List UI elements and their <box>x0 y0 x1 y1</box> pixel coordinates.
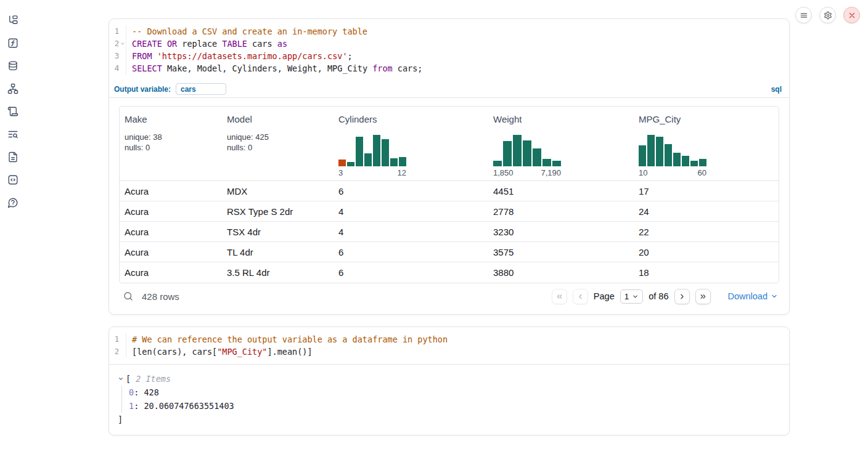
column-stat: nulls: 0 <box>227 142 329 153</box>
histogram-bar[interactable] <box>533 148 541 166</box>
close-button[interactable] <box>843 7 860 23</box>
token-comment: # We can reference the output variable a… <box>132 334 448 344</box>
token-str: "MPG_City" <box>217 347 267 357</box>
code-line[interactable]: 3FROM 'https://datasets.marimo.app/cars.… <box>109 50 789 62</box>
function-square-icon[interactable] <box>7 38 18 49</box>
column-header-model[interactable]: Modelunique: 425nulls: 0 <box>222 107 334 180</box>
table-row[interactable]: AcuraTL 4dr6357520 <box>120 242 779 262</box>
histogram-bar[interactable] <box>503 141 512 166</box>
code-text: [len(cars), cars["MPG_City"].mean()] <box>126 346 313 358</box>
token-kw: CREATE <box>132 39 162 49</box>
gear-icon <box>824 11 832 20</box>
histogram-bar[interactable] <box>552 161 561 166</box>
table-row[interactable]: Acura3.5 RL 4dr6388018 <box>120 262 779 283</box>
sql-editor[interactable]: 1-- Download a CSV and create an in-memo… <box>109 19 789 81</box>
token-str: 'https://datasets.marimo.app/cars.csv' <box>157 51 348 61</box>
code-line[interactable]: 1-- Download a CSV and create an in-memo… <box>109 25 789 38</box>
menu-button[interactable] <box>795 7 812 23</box>
line-number: 1 <box>109 25 119 38</box>
tree-entry[interactable]: 1: 20.060747663551403 <box>129 399 779 413</box>
code-line[interactable]: 1# We can reference the output variable … <box>109 333 789 346</box>
histogram-bar[interactable] <box>699 159 706 166</box>
column-header-cylinders[interactable]: Cylinders312 <box>334 107 488 180</box>
page-select-value: 1 <box>624 292 629 301</box>
collapse-chevron-icon[interactable] <box>118 376 124 382</box>
notebook-actions <box>795 7 860 23</box>
table-cell: 24 <box>634 201 779 221</box>
histogram-bar[interactable] <box>513 135 522 166</box>
histogram-bar[interactable] <box>347 162 354 166</box>
histogram-bar[interactable] <box>364 153 372 166</box>
histogram-bar[interactable] <box>647 135 655 166</box>
histogram-bar[interactable] <box>690 161 698 166</box>
code-line[interactable]: 2[len(cars), cars["MPG_City"].mean()] <box>109 346 789 358</box>
column-header-weight[interactable]: Weight1,8507,190 <box>488 107 634 180</box>
column-histogram: 1060 <box>639 135 774 178</box>
code-text: SELECT Make, Model, Cylinders, Weight, M… <box>126 62 422 75</box>
histogram-bar[interactable] <box>493 161 502 166</box>
code-line[interactable]: 4SELECT Make, Model, Cylinders, Weight, … <box>109 62 789 75</box>
table-row[interactable]: AcuraMDX6445117 <box>120 181 779 201</box>
histogram-bars <box>493 135 629 166</box>
histogram-bar[interactable] <box>639 145 646 166</box>
histogram-bar[interactable] <box>542 159 551 166</box>
snippets-code-icon[interactable] <box>7 174 18 185</box>
table-cell: Acura <box>120 222 222 241</box>
table-cell: TSX 4dr <box>222 222 334 241</box>
histogram-bar[interactable] <box>399 157 406 166</box>
line-number: 3 <box>109 50 119 62</box>
page-select[interactable]: 1 <box>620 289 644 304</box>
histogram-bar[interactable] <box>665 144 672 166</box>
histogram-bar[interactable] <box>656 137 663 166</box>
histogram-bars <box>639 135 774 166</box>
histogram-bar[interactable] <box>356 137 363 166</box>
settings-button[interactable] <box>819 7 836 23</box>
tree-entry-key: 1 <box>129 401 134 411</box>
line-number: 1 <box>109 333 119 346</box>
histogram-bar[interactable] <box>523 140 531 166</box>
tree-entries: 0: 4281: 20.060747663551403 <box>121 386 779 413</box>
search-icon[interactable] <box>123 291 134 302</box>
gutter: 2 <box>109 38 126 50</box>
histogram-bar[interactable] <box>390 158 398 166</box>
tree-entry[interactable]: 0: 428 <box>129 386 779 399</box>
list-search-icon[interactable] <box>7 129 18 140</box>
line-number: 2 <box>109 346 119 358</box>
column-header-mpg_city[interactable]: MPG_City1060 <box>634 107 779 180</box>
fold-chevron-icon[interactable] <box>119 38 126 50</box>
chevron-right-icon <box>678 293 686 301</box>
last-page-button[interactable] <box>695 289 711 304</box>
histogram-range-labels: 1060 <box>639 168 706 178</box>
python-editor[interactable]: 1# We can reference the output variable … <box>109 327 789 364</box>
next-page-button[interactable] <box>674 289 690 304</box>
histogram-bar[interactable] <box>673 153 681 166</box>
histogram-min-label: 3 <box>338 168 343 178</box>
output-variable-input[interactable] <box>176 83 226 95</box>
dependency-graph-icon[interactable] <box>7 83 18 94</box>
line-number: 2 <box>109 38 119 50</box>
token-plain: replace <box>177 39 222 49</box>
database-icon[interactable] <box>7 60 18 71</box>
histogram-bar[interactable] <box>373 135 380 166</box>
download-button[interactable]: Download <box>728 291 779 301</box>
help-chat-icon[interactable] <box>7 197 18 208</box>
results-table: Makeunique: 38nulls: 0Modelunique: 425nu… <box>119 106 779 283</box>
table-row[interactable]: AcuraRSX Type S 2dr4277824 <box>120 201 779 222</box>
tree-entry-value: : 428 <box>134 387 159 397</box>
code-line[interactable]: 2CREATE OR replace TABLE cars as <box>109 38 789 50</box>
document-icon[interactable] <box>7 152 18 163</box>
scroll-icon[interactable] <box>7 106 18 117</box>
first-page-button[interactable] <box>552 289 567 304</box>
table-body: AcuraMDX6445117AcuraRSX Type S 2dr427782… <box>120 181 779 283</box>
column-header-make[interactable]: Makeunique: 38nulls: 0 <box>120 107 222 180</box>
histogram-bar[interactable] <box>382 139 389 166</box>
histogram-bar[interactable] <box>338 160 346 166</box>
table-row[interactable]: AcuraTSX 4dr4323022 <box>120 222 779 242</box>
prev-page-button[interactable] <box>573 289 588 304</box>
code-text: FROM 'https://datasets.marimo.app/cars.c… <box>126 50 353 62</box>
file-tree-icon[interactable] <box>7 15 18 26</box>
page-total-label: of 86 <box>649 291 668 301</box>
gutter: 1 <box>109 25 126 38</box>
language-badge: sql <box>771 85 782 94</box>
histogram-bar[interactable] <box>682 156 689 166</box>
